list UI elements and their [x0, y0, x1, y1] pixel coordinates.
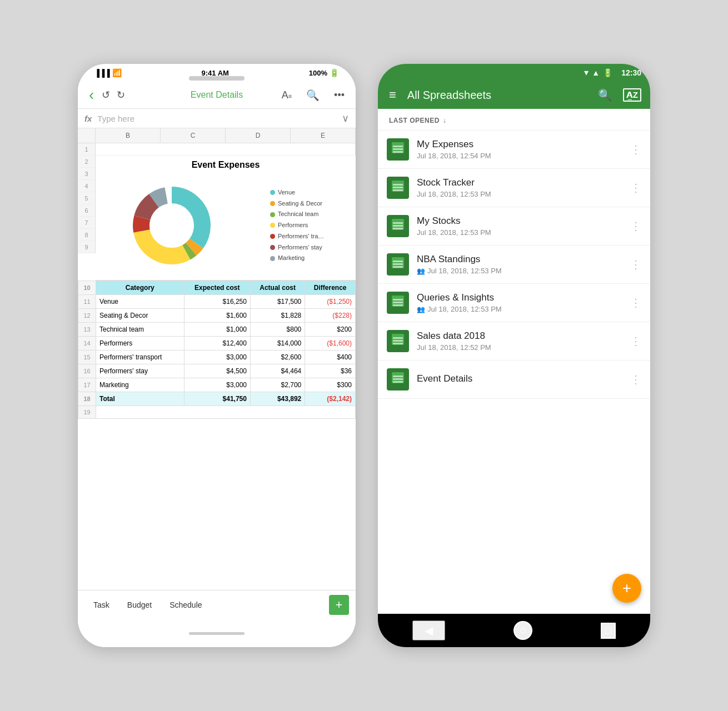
file-date-1: Jul 18, 2018, 12:53 PM: [417, 190, 622, 198]
tab-schedule[interactable]: Schedule: [161, 597, 211, 613]
col-category-header: Category: [96, 281, 185, 295]
cell-diff-2[interactable]: $200: [305, 323, 356, 337]
android-back-button[interactable]: ◀: [412, 620, 445, 640]
row-num-0: 11: [78, 295, 96, 309]
legend-dot-transport: [270, 234, 275, 239]
file-more-button-2[interactable]: ⋮: [630, 219, 641, 233]
cell-actual-1[interactable]: $1,828: [250, 309, 305, 323]
back-button[interactable]: ‹: [87, 85, 96, 105]
list-item[interactable]: NBA Standings 👥 Jul 18, 2018, 12:53 PM ⋮: [378, 246, 650, 284]
add-sheet-button[interactable]: +: [329, 595, 349, 615]
file-name-3: NBA Standings: [417, 254, 622, 265]
cell-diff-0[interactable]: ($1,250): [305, 295, 356, 309]
android-recents-button[interactable]: □: [601, 623, 616, 639]
col-e[interactable]: E: [291, 128, 356, 143]
file-more-button-5[interactable]: ⋮: [630, 334, 641, 348]
file-info-1: Stock Tracker Jul 18, 2018, 12:53 PM: [417, 177, 622, 198]
status-left: ▐▐▐ 📶: [94, 68, 122, 77]
row-num-3: 14: [78, 337, 96, 351]
cell-expected-0[interactable]: $16,250: [184, 295, 250, 309]
cell-expected-3[interactable]: $12,400: [184, 337, 250, 351]
legend-label-transport: Performers' tra…: [278, 231, 324, 242]
cell-category-2[interactable]: Technical team: [96, 323, 185, 337]
android-home-button[interactable]: ○: [513, 621, 532, 640]
more-button[interactable]: •••: [332, 88, 347, 102]
text-format-button[interactable]: A≡: [280, 88, 294, 102]
list-item[interactable]: Queries & Insights 👥 Jul 18, 2018, 12:53…: [378, 284, 650, 322]
row-num-4: 4: [78, 180, 96, 192]
cell-expected-2[interactable]: $1,000: [184, 323, 250, 337]
spreadsheet-area[interactable]: B C D E 1 2 3 4 5 6 7 8 9: [78, 128, 356, 590]
cell-actual-5[interactable]: $4,464: [250, 364, 305, 378]
cell-actual-3[interactable]: $14,000: [250, 337, 305, 351]
hamburger-menu-button[interactable]: ≡: [387, 87, 398, 103]
search-button[interactable]: 🔍: [304, 88, 322, 103]
tab-task[interactable]: Task: [84, 597, 118, 613]
cell-actual-2[interactable]: $800: [250, 323, 305, 337]
file-info-6: Event Details: [417, 373, 622, 386]
row-num-9: 9: [78, 241, 96, 253]
file-date-3: 👥 Jul 18, 2018, 12:53 PM: [417, 267, 622, 275]
nav-actions: A≡ 🔍 •••: [280, 88, 347, 103]
tab-budget[interactable]: Budget: [118, 597, 161, 613]
chart-cell: Event Expenses: [96, 156, 356, 281]
last-opened-header: LAST OPENED ↓: [378, 109, 650, 131]
file-more-button-3[interactable]: ⋮: [630, 258, 641, 271]
list-item[interactable]: My Stocks Jul 18, 2018, 12:53 PM ⋮: [378, 207, 650, 246]
col-d[interactable]: D: [226, 128, 291, 143]
list-item[interactable]: Event Details ⋮: [378, 360, 650, 399]
redo-button[interactable]: ↻: [114, 88, 127, 102]
cell-expected-6[interactable]: $3,000: [184, 378, 250, 392]
file-date-2: Jul 18, 2018, 12:53 PM: [417, 228, 622, 237]
col-c[interactable]: C: [161, 128, 226, 143]
cell-diff-3[interactable]: ($1,600): [305, 337, 356, 351]
cell-diff-4[interactable]: $400: [305, 351, 356, 364]
fx-label: fx: [84, 114, 92, 123]
file-icon-0: [387, 138, 409, 161]
legend-dot-stay: [270, 245, 275, 250]
cell-expected-5[interactable]: $4,500: [184, 364, 250, 378]
cell-category-3[interactable]: Performers: [96, 337, 185, 351]
file-more-button-0[interactable]: ⋮: [630, 143, 641, 156]
expense-table: 10 Category Expected cost Actual cost Di…: [78, 281, 356, 419]
cell-actual-6[interactable]: $2,700: [250, 378, 305, 392]
empty-row-1: 1: [78, 143, 356, 156]
android-search-button[interactable]: 🔍: [596, 87, 614, 103]
legend-stay: Performers' stay: [270, 242, 324, 253]
file-icon-inner-2: [391, 219, 405, 233]
file-icon-4: [387, 292, 409, 314]
legend-marketing: Marketing: [270, 253, 324, 264]
chart-title: Event Expenses: [100, 160, 351, 170]
cell-actual-0[interactable]: $17,500: [250, 295, 305, 309]
cell-category-6[interactable]: Marketing: [96, 378, 185, 392]
list-item[interactable]: Stock Tracker Jul 18, 2018, 12:53 PM ⋮: [378, 169, 650, 207]
cell-expected-4[interactable]: $3,000: [184, 351, 250, 364]
cell-diff-6[interactable]: $300: [305, 378, 356, 392]
cell-expected-1[interactable]: $1,600: [184, 309, 250, 323]
col-b[interactable]: B: [96, 128, 161, 143]
shared-icon: 👥: [417, 267, 425, 275]
cell-category-5[interactable]: Performers' stay: [96, 364, 185, 378]
file-more-button-4[interactable]: ⋮: [630, 296, 641, 309]
fab-button[interactable]: +: [612, 574, 641, 603]
undo-button[interactable]: ↺: [99, 88, 112, 102]
cell-category-4[interactable]: Performers' transport: [96, 351, 185, 364]
cell-diff-1[interactable]: ($228): [305, 309, 356, 323]
file-more-button-1[interactable]: ⋮: [630, 181, 641, 194]
list-item[interactable]: Sales data 2018 Jul 18, 2018, 12:52 PM ⋮: [378, 322, 650, 360]
sort-button[interactable]: A̲Z: [623, 88, 641, 102]
file-info-2: My Stocks Jul 18, 2018, 12:53 PM: [417, 216, 622, 237]
cell-actual-4[interactable]: $2,600: [250, 351, 305, 364]
formula-expand-button[interactable]: ∨: [342, 112, 349, 124]
formula-input[interactable]: Type here: [97, 114, 342, 123]
cell-category-1[interactable]: Seating & Decor: [96, 309, 185, 323]
row-num-2: 2: [78, 156, 96, 168]
file-more-button-6[interactable]: ⋮: [630, 373, 641, 386]
cell-category-0[interactable]: Venue: [96, 295, 185, 309]
list-item[interactable]: My Expenses Jul 18, 2018, 12:54 PM ⋮: [378, 131, 650, 169]
cell-diff-5[interactable]: $36: [305, 364, 356, 378]
legend-dot-venue: [270, 190, 275, 195]
android-app-title: All Spreadsheets: [407, 89, 587, 102]
android-status-bar: ▾ ▲ 🔋 12:30: [378, 64, 650, 81]
file-name-1: Stock Tracker: [417, 177, 622, 188]
